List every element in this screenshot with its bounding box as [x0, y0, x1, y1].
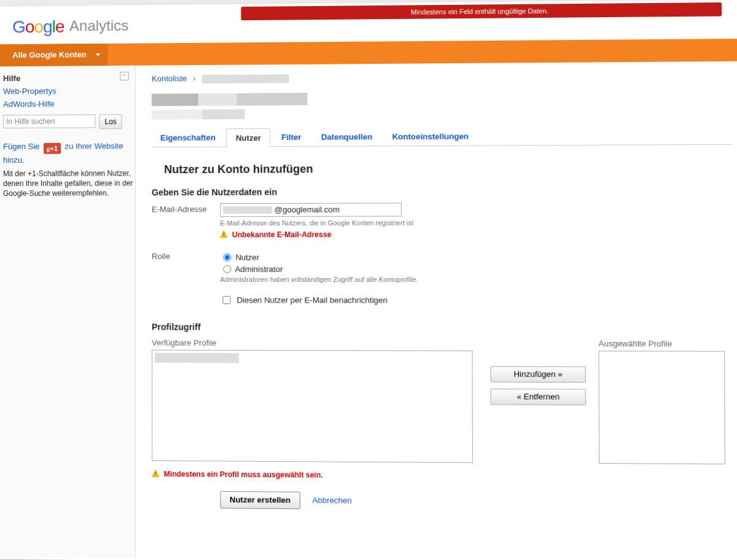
sidebar-heading: Hilfe: [3, 73, 135, 83]
sidebar-link-web-propertys[interactable]: Web-Propertys: [3, 86, 135, 96]
role-admin-label: Administrator: [235, 264, 283, 273]
breadcrumb-redacted: [201, 74, 289, 84]
gplus-promo: Fügen Sie g+1 zu Ihrer Website hinzu.: [3, 140, 135, 166]
account-dropdown[interactable]: Alle Google Konten: [0, 44, 107, 66]
create-user-button[interactable]: Nutzer erstellen: [220, 491, 300, 509]
page-title: Nutzer zu Konto hinzufügen: [164, 161, 733, 176]
available-profiles-caption: Verfügbare Profile: [152, 338, 472, 348]
add-profile-button[interactable]: Hinzufügen »: [490, 366, 585, 383]
email-label: E-Mail-Adresse: [152, 203, 220, 214]
selected-profiles-caption: Ausgewählte Profile: [598, 338, 725, 348]
tab-kontoeinstellungen[interactable]: Kontoeinstellungen: [383, 127, 477, 146]
tab-eigenschaften[interactable]: Eigenschaften: [152, 128, 224, 147]
sidebar-link-adwords-hilfe[interactable]: AdWords-Hilfe: [3, 99, 135, 109]
remove-profile-button[interactable]: « Entfernen: [491, 388, 586, 405]
svg-rect-5: [155, 475, 156, 475]
email-redacted-part: [223, 206, 271, 213]
section-user-data: Geben Sie die Nutzerdaten ein: [152, 185, 733, 197]
tab-bar: Eigenschaften Nutzer Filter Datenquellen…: [152, 125, 733, 147]
account-title-redacted: [152, 90, 732, 119]
email-hint: E-Mail-Adresse des Nutzers, die in Googl…: [220, 218, 733, 227]
gplus-text-suffix: zu Ihrer Website: [65, 141, 123, 150]
notify-checkbox[interactable]: [222, 296, 230, 304]
list-item[interactable]: [155, 352, 239, 362]
cancel-link[interactable]: Abbrechen: [312, 496, 351, 505]
warning-icon: [220, 230, 227, 238]
breadcrumb-root[interactable]: Kontoliste: [152, 74, 187, 83]
gplus-badge-icon[interactable]: g+1: [44, 143, 61, 154]
notify-label: Diesen Nutzer per E-Mail benachrichtigen: [236, 295, 387, 305]
email-field[interactable]: @googlemail.com: [220, 203, 402, 217]
selected-profiles-listbox[interactable]: [599, 351, 725, 464]
role-admin-radio[interactable]: [223, 265, 231, 273]
chevron-right-icon: ›: [193, 74, 195, 83]
email-value-suffix: @googlemail.com: [275, 205, 340, 214]
section-profile-access: Profilzugriff: [152, 322, 733, 333]
tab-datenquellen[interactable]: Datenquellen: [313, 128, 381, 147]
gplus-text-line2: hinzu.: [3, 155, 25, 165]
main-content: Kontoliste › Eigenschaften Nutzer Filter…: [136, 61, 737, 560]
tab-filter[interactable]: Filter: [273, 128, 310, 147]
svg-rect-4: [155, 472, 156, 474]
tab-nutzer[interactable]: Nutzer: [227, 128, 271, 148]
email-error: Unbekannte E-Mail-Adresse: [220, 230, 733, 239]
available-profiles-listbox[interactable]: [152, 349, 473, 462]
help-search-input[interactable]: [3, 114, 95, 128]
help-sidebar: − Hilfe Web-Propertys AdWords-Hilfe Los …: [0, 66, 136, 558]
profile-error: Mindestens ein Profil muss ausgewählt se…: [152, 469, 733, 481]
gplus-text-prefix: Fügen Sie: [3, 142, 39, 151]
role-hint: Administratoren haben vollständigen Zugr…: [220, 275, 733, 282]
gplus-description: Mit der +1-Schaltfläche können Nutzer, d…: [3, 168, 135, 198]
svg-rect-1: [224, 232, 224, 235]
breadcrumb: Kontoliste ›: [152, 70, 732, 84]
role-user-radio[interactable]: [223, 253, 231, 261]
product-name: Analytics: [69, 17, 128, 34]
google-logo: Google: [12, 17, 64, 37]
warning-icon: [152, 469, 159, 476]
role-label: Rolle: [152, 250, 220, 260]
role-user-label: Nutzer: [235, 252, 259, 262]
svg-rect-2: [224, 236, 224, 236]
help-search-button[interactable]: Los: [99, 114, 122, 129]
